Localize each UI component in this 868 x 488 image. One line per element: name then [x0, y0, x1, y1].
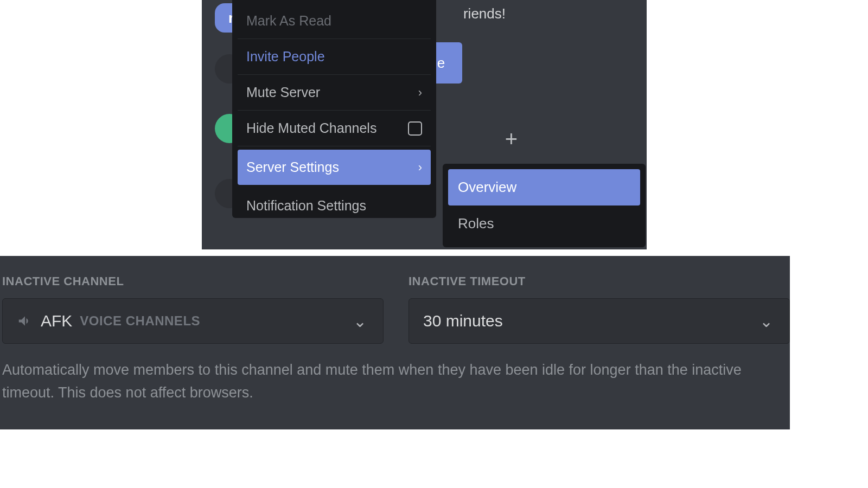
menu-hide-muted-channels[interactable]: Hide Muted Channels [238, 111, 431, 146]
submenu-overview[interactable]: Overview [448, 169, 640, 206]
server-context-area: r riends! e + Mark As Read Invite People… [202, 0, 647, 249]
speaker-icon [17, 313, 33, 329]
overview-settings-panel: INACTIVE CHANNEL AFK VOICE CHANNELS ⌄ IN… [0, 256, 790, 429]
server-context-menu: Mark As Read Invite People Mute Server ›… [232, 0, 436, 218]
chevron-right-icon: › [418, 160, 422, 175]
inactive-channel-name: AFK [41, 312, 72, 330]
chevron-down-icon: ⌄ [353, 312, 367, 331]
inactive-channel-label: INACTIVE CHANNEL [2, 274, 384, 288]
inactive-timeout-setting: INACTIVE TIMEOUT 30 minutes ⌄ [409, 274, 790, 344]
menu-notification-settings[interactable]: Notification Settings [238, 188, 431, 217]
menu-invite-people[interactable]: Invite People [238, 39, 431, 75]
checkbox-unchecked-icon[interactable] [408, 121, 422, 136]
submenu-roles[interactable]: Roles [448, 206, 640, 242]
chevron-down-icon: ⌄ [760, 312, 773, 331]
inactive-channel-setting: INACTIVE CHANNEL AFK VOICE CHANNELS ⌄ [0, 274, 384, 344]
chevron-right-icon: › [418, 86, 422, 100]
inactive-help-text: Automatically move members to this chann… [0, 359, 790, 404]
welcome-text-fragment: riends! [463, 5, 506, 22]
menu-mute-server[interactable]: Mute Server › [238, 75, 431, 111]
inactive-timeout-value: 30 minutes [423, 312, 503, 330]
inactive-timeout-label: INACTIVE TIMEOUT [409, 274, 790, 288]
inactive-channel-select[interactable]: AFK VOICE CHANNELS ⌄ [2, 298, 384, 344]
inactive-channel-category: VOICE CHANNELS [80, 313, 200, 329]
menu-server-settings[interactable]: Server Settings › [238, 150, 431, 185]
create-channel-plus-icon[interactable]: + [505, 127, 518, 151]
menu-mark-as-read: Mark As Read [238, 3, 431, 39]
inactive-timeout-select[interactable]: 30 minutes ⌄ [409, 298, 790, 344]
server-settings-submenu: Overview Roles [443, 164, 646, 247]
